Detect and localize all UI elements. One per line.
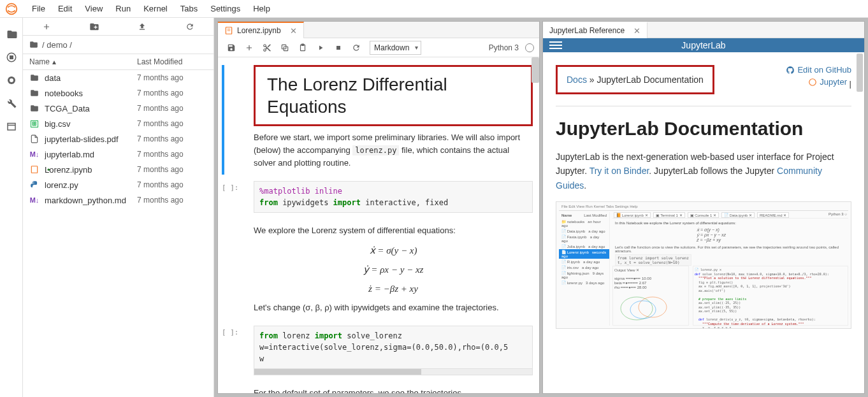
scrollbar[interactable]	[857, 54, 863, 92]
menu-file[interactable]: File	[25, 1, 52, 16]
notebook-panel: Lorenz.ipynb ✕ Markdown Python 3	[218, 22, 539, 393]
code-input[interactable]: %matplotlib inline from ipywidgets impor…	[254, 181, 533, 213]
cell-prompt: [ ]:	[222, 181, 239, 213]
col-modified-header[interactable]: Last Modified	[137, 57, 213, 66]
doc-body: Docs » JupyterLab Documentation Edit on …	[543, 52, 864, 393]
horizontal-scrollbar[interactable]	[254, 369, 533, 375]
doc-breadcrumb-box: Docs » JupyterLab Documentation	[556, 65, 714, 94]
explore-text: We explore the Lorenz system of differen…	[254, 224, 533, 237]
jupyter-link[interactable]: Jupyter	[808, 77, 847, 87]
code-input[interactable]: from lorenz import solve_lorenz w=intera…	[254, 326, 533, 369]
doc-panel: JupyterLab Reference ✕ JupyterLab Docs »…	[543, 22, 864, 393]
filebrowser-tab-icon[interactable]	[3, 25, 20, 43]
edit-github-link[interactable]: Edit on GitHub	[786, 65, 851, 75]
file-modified: 7 months ago	[137, 119, 207, 128]
pdf-icon	[29, 134, 40, 144]
upload-icon[interactable]	[134, 19, 150, 34]
doc-side-links: Edit on GitHub Jupyter |	[786, 65, 851, 89]
folder-icon	[29, 73, 40, 83]
csv-icon: ⊞	[29, 119, 40, 129]
file-row[interactable]: data7 months ago	[23, 70, 213, 85]
menu-run[interactable]: Run	[109, 1, 137, 16]
new-launcher-icon[interactable]	[39, 19, 54, 34]
file-row[interactable]: lorenz.py7 months ago	[23, 177, 213, 192]
file-row[interactable]: ⊞big.csv7 months ago	[23, 116, 213, 131]
running-tab-icon[interactable]	[3, 48, 20, 66]
binder-link[interactable]: Try it on Binder	[590, 166, 649, 176]
commands-tab-icon[interactable]	[3, 71, 20, 89]
restart-icon[interactable]	[348, 40, 365, 55]
fb-header: Name▴ Last Modified	[23, 54, 213, 70]
activity-bar	[0, 18, 23, 397]
markdown-cell-title[interactable]: The Lorenz Differential Equations Before…	[218, 65, 533, 175]
tools-tab-icon[interactable]	[3, 94, 20, 112]
doc-heading: JupyterLab Documentation	[556, 118, 851, 140]
open-tabs-icon[interactable]	[3, 117, 20, 135]
scrollbar[interactable]	[532, 57, 539, 83]
py-icon	[29, 180, 40, 190]
col-name-header[interactable]: Name▴	[23, 57, 137, 66]
paste-icon[interactable]	[294, 40, 311, 55]
file-name: TCGA_Data	[45, 104, 137, 113]
close-icon[interactable]: ✕	[633, 26, 640, 36]
breadcrumb-docs-link[interactable]: Docs	[567, 75, 587, 85]
doc-tabbar: JupyterLab Reference ✕	[543, 22, 864, 38]
code-cell-2[interactable]: [ ]: from lorenz import solve_lorenz w=i…	[218, 326, 533, 375]
github-icon	[786, 66, 795, 75]
file-name: markdown_python.md	[45, 196, 137, 205]
file-name: Lorenz.ipynb	[45, 165, 137, 175]
svg-rect-14	[301, 44, 304, 45]
file-modified: 7 months ago	[137, 180, 207, 189]
refresh-icon[interactable]	[182, 19, 198, 34]
file-row[interactable]: M↓jupyterlab.md7 months ago	[23, 147, 213, 162]
divider	[556, 106, 851, 106]
tab-title: Lorenz.ipynb	[237, 26, 281, 35]
file-name: jupyterlab-slides.pdf	[45, 134, 137, 144]
add-cell-icon[interactable]	[241, 40, 257, 55]
nb-icon	[29, 164, 40, 175]
menu-help[interactable]: Help	[247, 1, 277, 16]
doc-brand: JupyterLab	[681, 40, 725, 50]
menu-view[interactable]: View	[78, 1, 109, 16]
kernel-name[interactable]: Python 3	[489, 43, 519, 52]
file-row[interactable]: TCGA_Data7 months ago	[23, 101, 213, 116]
file-name: notebooks	[45, 89, 137, 98]
code-cell-1[interactable]: [ ]: %matplotlib inline from ipywidgets …	[218, 181, 533, 213]
new-folder-icon[interactable]	[87, 19, 102, 34]
file-row[interactable]: notebooks7 months ago	[23, 85, 213, 101]
menu-tabs[interactable]: Tabs	[174, 1, 204, 16]
equation-2: ẏ = ρx − y − xz	[254, 262, 533, 277]
kernel-indicator-icon[interactable]	[525, 43, 534, 52]
file-modified: 7 months ago	[137, 104, 207, 113]
file-name: jupyterlab.md	[45, 150, 137, 159]
file-browser: / demo / Name▴ Last Modified data7 month…	[23, 18, 214, 397]
save-icon[interactable]	[223, 40, 240, 55]
stop-icon[interactable]	[330, 40, 347, 55]
file-name: big.csv	[45, 119, 137, 129]
breadcrumb[interactable]: / demo /	[23, 36, 213, 54]
file-modified: 7 months ago	[137, 165, 207, 174]
celltype-select[interactable]: Markdown	[370, 41, 421, 55]
svg-rect-7	[31, 166, 37, 173]
markdown-cell-explore[interactable]: We explore the Lorenz system of differen…	[218, 219, 533, 319]
menu-kernel[interactable]: Kernel	[137, 1, 174, 16]
file-modified: 7 months ago	[137, 196, 207, 205]
jupyter-icon	[808, 78, 817, 87]
tab-lorenz[interactable]: Lorenz.ipynb ✕	[218, 22, 304, 38]
menu-icon[interactable]	[549, 41, 562, 49]
file-row[interactable]: Lorenz.ipynb7 months ago	[23, 162, 213, 177]
file-name: data	[45, 73, 137, 83]
file-list: data7 months agonotebooks7 months agoTCG…	[23, 70, 213, 397]
tab-reference[interactable]: JupyterLab Reference ✕	[543, 22, 647, 38]
menu-settings[interactable]: Settings	[204, 1, 247, 16]
folder-icon	[29, 40, 38, 49]
file-row[interactable]: M↓markdown_python.md7 months ago	[23, 192, 213, 208]
menu-edit[interactable]: Edit	[52, 1, 78, 16]
copy-icon[interactable]	[277, 40, 293, 55]
svg-rect-5	[8, 124, 15, 131]
cut-icon[interactable]	[259, 40, 275, 55]
markdown-cell-outro[interactable]: For the default set of parameters, we se…	[218, 382, 533, 393]
run-icon[interactable]	[312, 40, 329, 55]
close-icon[interactable]: ✕	[290, 26, 297, 36]
file-row[interactable]: jupyterlab-slides.pdf7 months ago	[23, 131, 213, 147]
